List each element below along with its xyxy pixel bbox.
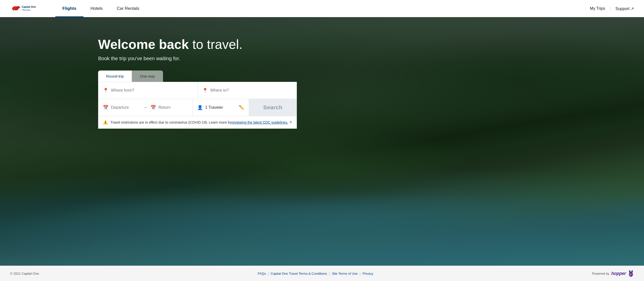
covid-alert-banner: ⚠️ Travel restrictions are in effect due…	[98, 116, 297, 129]
hero-section: Welcome back to travel. Book the trip yo…	[0, 17, 644, 266]
trip-type-toggle: Round-trip One-way	[98, 71, 163, 82]
footer-sep-3: |	[360, 272, 360, 275]
footer-privacy-link[interactable]: Privacy	[363, 272, 373, 275]
arrow-icon: →	[143, 105, 147, 110]
alert-warning-icon: ⚠️	[103, 120, 108, 125]
hero-title: Welcome back to travel.	[98, 37, 644, 52]
dates-travelers-row: 📅 → 📅 👤 1 Traveler ✏️ Search	[98, 99, 297, 116]
navigation: Capital One TRAVEL Flights Hotels Car Re…	[0, 0, 644, 17]
travelers-field[interactable]: 👤 1 Traveler ✏️	[192, 99, 249, 116]
search-form: Round-trip One-way 📍 📍 📅 →	[98, 71, 297, 129]
page-footer: © 2021 Capital One FAQs | Capital One Tr…	[0, 266, 644, 281]
origin-field[interactable]: 📍	[98, 82, 197, 99]
hero-title-bold: Welcome back	[98, 37, 189, 52]
svg-text:TRAVEL: TRAVEL	[22, 9, 31, 11]
nav-hotels[interactable]: Hotels	[84, 0, 110, 17]
footer-sep-1: |	[268, 272, 269, 275]
my-trips-link[interactable]: My Trips	[590, 6, 605, 11]
return-input[interactable]	[158, 105, 188, 110]
round-trip-option[interactable]: Round-trip	[98, 71, 132, 82]
support-link[interactable]: Support ↗	[616, 6, 634, 11]
departure-input[interactable]	[111, 105, 140, 110]
powered-by-text: Powered by	[592, 272, 609, 275]
origin-destination-row: 📍 📍	[98, 82, 297, 99]
footer-faqs-link[interactable]: FAQs	[258, 272, 266, 275]
calendar-icon: 📅	[103, 105, 108, 110]
footer-links: FAQs | Capital One Travel Terms & Condit…	[258, 272, 373, 275]
hero-content: Welcome back to travel. Book the trip yo…	[0, 17, 644, 144]
where-from-input[interactable]	[111, 88, 193, 93]
nav-links: Flights Hotels Car Rentals	[55, 0, 590, 17]
svg-point-7	[631, 274, 632, 274]
alert-message-text: Travel restrictions are in effect due to…	[110, 120, 232, 124]
nav-flights[interactable]: Flights	[55, 0, 84, 17]
copyright-text: © 2021 Capital One	[10, 272, 39, 275]
nav-car-rentals[interactable]: Car Rentals	[110, 0, 146, 17]
svg-text:Capital One: Capital One	[22, 6, 36, 8]
edit-travelers-icon[interactable]: ✏️	[239, 105, 244, 110]
dates-field[interactable]: 📅 → 📅	[98, 99, 192, 116]
alert-close-button[interactable]: ×	[289, 120, 292, 125]
svg-point-6	[630, 274, 630, 274]
hopper-brand: hopper	[611, 271, 626, 276]
hero-subtitle: Book the trip you've been waiting for.	[98, 56, 644, 61]
site-logo[interactable]: Capital One TRAVEL	[10, 4, 40, 14]
nav-divider	[610, 6, 611, 11]
footer-sep-2: |	[329, 272, 330, 275]
calendar-return-icon: 📅	[150, 105, 156, 110]
footer-site-terms-link[interactable]: Site Terms of Use	[332, 272, 357, 275]
person-icon: 👤	[197, 105, 203, 110]
hero-title-normal: to travel.	[189, 37, 243, 52]
travelers-label: 1 Traveler	[205, 105, 237, 110]
powered-by-hopper: Powered by hopper	[592, 270, 634, 277]
search-button[interactable]: Search	[249, 99, 297, 116]
nav-right: My Trips Support ↗	[590, 6, 634, 11]
location-pin-dest-icon: 📍	[202, 88, 208, 93]
location-pin-icon: 📍	[103, 88, 108, 93]
hopper-icon	[628, 270, 634, 277]
destination-field[interactable]: 📍	[197, 82, 297, 99]
where-to-input[interactable]	[210, 88, 292, 93]
svg-point-5	[630, 274, 631, 275]
cdc-guidelines-link[interactable]: reviewing the latest CDC guidelines.	[232, 120, 288, 124]
footer-terms-link[interactable]: Capital One Travel Terms & Conditions	[271, 272, 327, 275]
one-way-option[interactable]: One-way	[132, 71, 163, 82]
